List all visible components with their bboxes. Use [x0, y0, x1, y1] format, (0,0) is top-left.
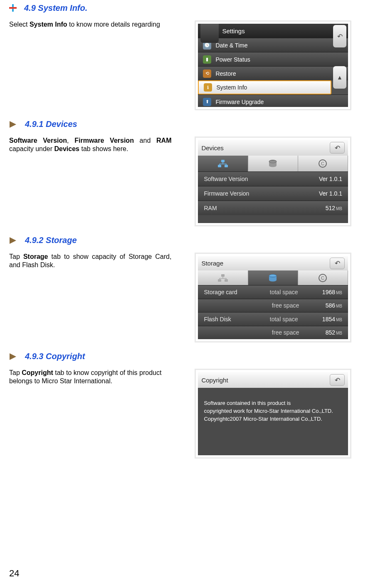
row-ram: RAM 512MB — [198, 201, 348, 215]
row-fd-total: Flash Disk total space 1854MB — [198, 312, 348, 325]
intro-text: Select System Info to know more details … — [9, 20, 171, 29]
back-button[interactable]: ↶ — [333, 25, 346, 47]
arrow-icon — [9, 237, 17, 244]
back-button[interactable]: ↶ — [330, 258, 345, 269]
settings-header: Settings ↶ — [198, 24, 348, 38]
figure-devices: Devices ↶ C Software Version Ver 1.0.1 F — [195, 136, 351, 226]
svg-rect-3 — [221, 160, 225, 162]
devices-text: Software Version, Firmware Version and R… — [9, 136, 171, 153]
menu-item-power[interactable]: ▮Power Status — [198, 52, 348, 66]
page-number: 24 — [9, 568, 19, 579]
row-software-version: Software Version Ver 1.0.1 — [198, 171, 348, 186]
menu-item-datetime[interactable]: 🕓Date & Time — [198, 38, 348, 52]
row-sc-total: Storage card total space 1968MB — [198, 285, 348, 298]
plus-icon — [9, 4, 17, 12]
sub-title-devices: 4.9.1 Devices — [25, 119, 77, 129]
storage-text: Tap Storage tab to show capacity of Stor… — [9, 253, 171, 269]
tab-copyright[interactable]: C — [298, 156, 348, 171]
svg-rect-11 — [221, 274, 225, 277]
copyright-header: Copyright ↶ — [198, 372, 348, 388]
copyright-text: Tap Copyright tab to know copyright of t… — [9, 369, 171, 385]
svg-text:C: C — [321, 275, 324, 280]
tab-storage[interactable] — [248, 270, 298, 285]
back-button[interactable]: ↶ — [330, 374, 345, 386]
devices-header: Devices ↶ — [198, 140, 348, 156]
section-title: 4.9 System Info. — [24, 3, 87, 13]
svg-marker-18 — [10, 353, 16, 360]
up-button[interactable]: ▲ — [333, 66, 346, 89]
tab-storage[interactable] — [248, 156, 298, 171]
menu-item-restore[interactable]: ⟲Restore — [198, 66, 348, 80]
svg-rect-13 — [225, 279, 228, 282]
storage-header: Storage ↶ — [198, 256, 348, 270]
back-button[interactable]: ↶ — [330, 142, 345, 154]
tab-copyright[interactable]: C — [298, 270, 348, 285]
row-sc-free: free space 586MB — [198, 299, 348, 312]
battery-icon: ▮ — [203, 55, 211, 64]
figure-storage: Storage ↶ C Storage card total space 196… — [195, 253, 351, 342]
arrow-icon — [9, 121, 17, 128]
restore-icon: ⟲ — [203, 69, 211, 78]
upgrade-icon: ⬆ — [203, 98, 211, 106]
tab-devices[interactable] — [198, 270, 248, 285]
figure-settings-menu: Settings ↶ 🕓Date & Time ▮Power Status ⟲R… — [195, 20, 351, 110]
figure-copyright: Copyright ↶ Software contained in this p… — [195, 369, 351, 459]
row-fd-free: free space 852MB — [198, 326, 348, 339]
svg-rect-4 — [218, 165, 221, 167]
menu-item-systeminfo[interactable]: ℹSystem Info — [198, 80, 331, 94]
svg-rect-1 — [9, 7, 17, 9]
sysinfo-icon: ℹ — [204, 83, 212, 92]
tab-devices[interactable] — [198, 156, 248, 171]
arrow-icon — [9, 353, 17, 360]
svg-rect-12 — [218, 279, 221, 282]
row-firmware-version: Firmware Version Ver 1.0.1 — [198, 186, 348, 201]
sub-title-copyright: 4.9.3 Copyright — [25, 352, 85, 361]
copyright-body: Software contained in this product is co… — [198, 388, 348, 455]
svg-rect-5 — [225, 165, 228, 167]
menu-item-firmware[interactable]: ⬆Firmware Upgrade — [198, 94, 348, 107]
sub-title-storage: 4.9.2 Storage — [25, 236, 77, 245]
svg-text:C: C — [321, 161, 324, 166]
svg-marker-10 — [10, 237, 16, 244]
svg-marker-2 — [10, 121, 16, 128]
